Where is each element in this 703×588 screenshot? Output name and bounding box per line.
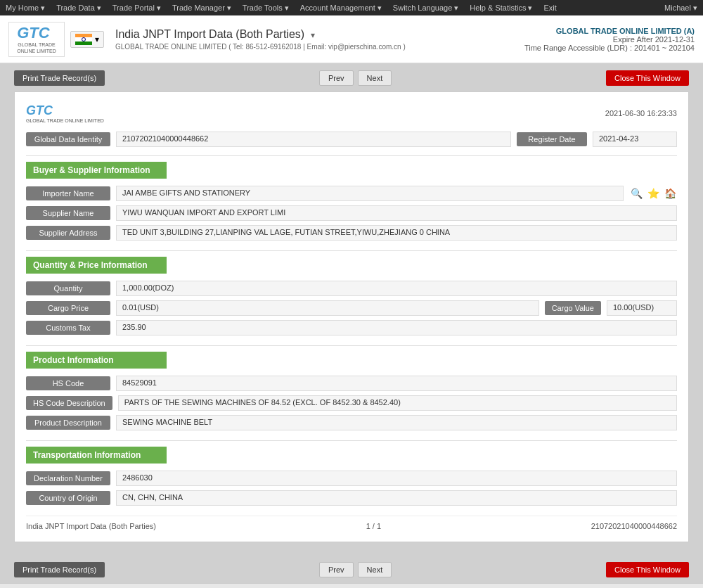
nav-trade-tools[interactable]: Trade Tools ▾	[243, 4, 289, 13]
print-button[interactable]: Print Trade Record(s)	[14, 70, 105, 86]
bottom-close-button[interactable]: Close This Window	[606, 562, 689, 577]
star-icon[interactable]: ⭐	[646, 186, 660, 200]
product-desc-value: SEWING MACHINE BELT	[116, 415, 677, 430]
header-title-area: India JNPT Import Data (Both Parties) ▾ …	[115, 28, 524, 51]
section-divider-1	[26, 155, 677, 156]
product-header: Product Information	[26, 352, 167, 369]
cargo-value-label: Cargo Value	[545, 301, 601, 315]
top-navigation: My Home ▾ Trade Data ▾ Trade Portal ▾ Tr…	[0, 0, 703, 15]
card-footer-center: 1 / 1	[366, 522, 381, 530]
search-icon[interactable]: 🔍	[629, 186, 643, 200]
section-divider-2	[26, 250, 677, 251]
main-content: Print Trade Record(s) Prev Next Close Th…	[0, 63, 703, 556]
bottom-next-button[interactable]: Next	[358, 562, 392, 577]
hs-code-label: HS Code	[26, 376, 110, 390]
hs-code-value: 84529091	[116, 376, 677, 391]
transportation-header: Transportation Information	[26, 447, 167, 464]
page-title: India JNPT Import Data (Both Parties) ▾	[115, 28, 524, 41]
global-id-value: 21072021040000448662	[116, 132, 511, 147]
declaration-num-value: 2486030	[116, 471, 677, 486]
prev-button[interactable]: Prev	[319, 70, 354, 86]
quantity-row: Quantity 1,000.00(DOZ)	[26, 281, 677, 296]
record-timestamp: 2021-06-30 16:23:33	[605, 109, 677, 117]
bottom-toolbar: Print Trade Record(s) Prev Next Close Th…	[0, 556, 703, 583]
card-footer: India JNPT Import Data (Both Parties) 1 …	[26, 516, 677, 530]
nav-my-home[interactable]: My Home ▾	[6, 4, 45, 13]
cargo-price-row: Cargo Price 0.01(USD) Cargo Value 10.00(…	[26, 300, 677, 316]
product-desc-row: Product Description SEWING MACHINE BELT	[26, 415, 677, 430]
page-footer: 苏ICP备14033305号 Company Website | Global …	[0, 583, 703, 588]
expire-date: Expire After 2021-12-31	[524, 35, 695, 44]
customs-tax-label: Customs Tax	[26, 321, 110, 335]
flag-dropdown-arrow: ▾	[95, 34, 99, 44]
card-logo: GTC GLOBAL TRADE ONLINE LIMITED	[26, 103, 104, 123]
toolbar-left: Print Trade Record(s)	[14, 70, 105, 86]
card-logo-sub: GLOBAL TRADE ONLINE LIMITED	[26, 118, 104, 123]
supplier-name-row: Supplier Name YIWU WANQUAN IMPORT AND EX…	[26, 205, 677, 221]
cargo-price-label: Cargo Price	[26, 301, 110, 315]
nav-trade-portal[interactable]: Trade Portal ▾	[112, 4, 161, 13]
customs-tax-row: Customs Tax 235.90	[26, 320, 677, 335]
nav-exit[interactable]: Exit	[543, 4, 556, 13]
importer-name-row: Importer Name JAI AMBE GIFTS AND STATION…	[26, 186, 677, 201]
nav-trade-data[interactable]: Trade Data ▾	[56, 4, 101, 13]
cargo-value-value: 10.00(USD)	[607, 300, 677, 316]
quantity-price-section: Quantity & Price Information Quantity 1,…	[26, 257, 677, 335]
importer-action-icons: 🔍 ⭐ 🏠	[629, 186, 677, 200]
global-id-row: Global Data Identity 2107202104000044866…	[26, 132, 677, 147]
company-logo: GTC GLOBAL TRADEONLINE LIMITED	[8, 22, 65, 57]
supplier-address-label: Supplier Address	[26, 226, 110, 240]
bottom-toolbar-right: Close This Window	[606, 562, 689, 577]
nav-buttons: Prev Next	[319, 70, 392, 86]
product-section: Product Information HS Code 84529091 HS …	[26, 352, 677, 430]
nav-switch-language[interactable]: Switch Language ▾	[393, 4, 458, 13]
card-header: GTC GLOBAL TRADE ONLINE LIMITED 2021-06-…	[26, 103, 677, 123]
importer-name-label: Importer Name	[26, 186, 110, 200]
card-footer-left: India JNPT Import Data (Both Parties)	[26, 522, 156, 530]
hs-code-desc-label: HS Code Description	[26, 396, 112, 410]
hs-code-row: HS Code 84529091	[26, 376, 677, 391]
declaration-num-label: Declaration Number	[26, 471, 110, 485]
bottom-toolbar-left: Print Trade Record(s)	[14, 562, 105, 577]
close-button[interactable]: Close This Window	[606, 70, 689, 86]
nav-items-left: My Home ▾ Trade Data ▾ Trade Portal ▾ Tr…	[6, 4, 557, 13]
nav-trade-manager[interactable]: Trade Manager ▾	[172, 4, 231, 13]
buyer-supplier-section: Buyer & Supplier Information Importer Na…	[26, 162, 677, 241]
quantity-value: 1,000.00(DOZ)	[116, 281, 677, 296]
supplier-name-value: YIWU WANQUAN IMPORT AND EXPORT LIMI	[116, 205, 677, 221]
cargo-price-value: 0.01(USD)	[116, 300, 539, 316]
next-button[interactable]: Next	[358, 70, 392, 86]
logo-sub-text: GLOBAL TRADEONLINE LIMITED	[17, 42, 56, 54]
page-header: GTC GLOBAL TRADEONLINE LIMITED ▾ India J…	[0, 15, 703, 63]
card-logo-text: GTC	[26, 103, 104, 118]
importer-name-value: JAI AMBE GIFTS AND STATIONERY	[116, 186, 624, 201]
home-icon[interactable]: 🏠	[663, 186, 677, 200]
bottom-prev-button[interactable]: Prev	[319, 562, 354, 577]
register-date-value: 2021-04-23	[593, 132, 677, 147]
top-toolbar: Print Trade Record(s) Prev Next Close Th…	[14, 70, 689, 86]
supplier-name-label: Supplier Name	[26, 206, 110, 220]
time-range: Time Range Accessible (LDR) : 201401 ~ 2…	[524, 44, 695, 52]
toolbar-right: Close This Window	[606, 70, 689, 86]
header-subtitle: GLOBAL TRADE ONLINE LIMITED ( Tel: 86-51…	[115, 43, 524, 51]
hs-code-desc-row: HS Code Description PARTS OF THE SEWING …	[26, 395, 677, 411]
logo-text: GTC	[17, 24, 56, 42]
card-footer-right: 21072021040000448662	[591, 522, 677, 530]
quantity-label: Quantity	[26, 281, 110, 295]
nav-user: Michael ▾	[664, 4, 697, 13]
title-dropdown-arrow[interactable]: ▾	[311, 30, 315, 40]
product-desc-label: Product Description	[26, 416, 110, 430]
nav-account-management[interactable]: Account Management ▾	[300, 4, 382, 13]
bottom-print-button[interactable]: Print Trade Record(s)	[14, 562, 105, 577]
company-name: GLOBAL TRADE ONLINE LIMITED (A)	[524, 27, 695, 35]
bottom-nav-buttons: Prev Next	[319, 562, 392, 577]
section-divider-4	[26, 440, 677, 441]
record-card: GTC GLOBAL TRADE ONLINE LIMITED 2021-06-…	[14, 91, 689, 542]
country-origin-label: Country of Origin	[26, 491, 110, 505]
transportation-section: Transportation Information Declaration N…	[26, 447, 677, 506]
global-id-label: Global Data Identity	[26, 132, 110, 146]
nav-help-statistics[interactable]: Help & Statistics ▾	[470, 4, 532, 13]
country-origin-value: CN, CHN, CHINA	[116, 490, 677, 506]
supplier-address-value: TED UNIT 3,BUILDING 27,LIANPING VAL LAGE…	[116, 225, 677, 241]
country-flag-button[interactable]: ▾	[70, 31, 104, 48]
